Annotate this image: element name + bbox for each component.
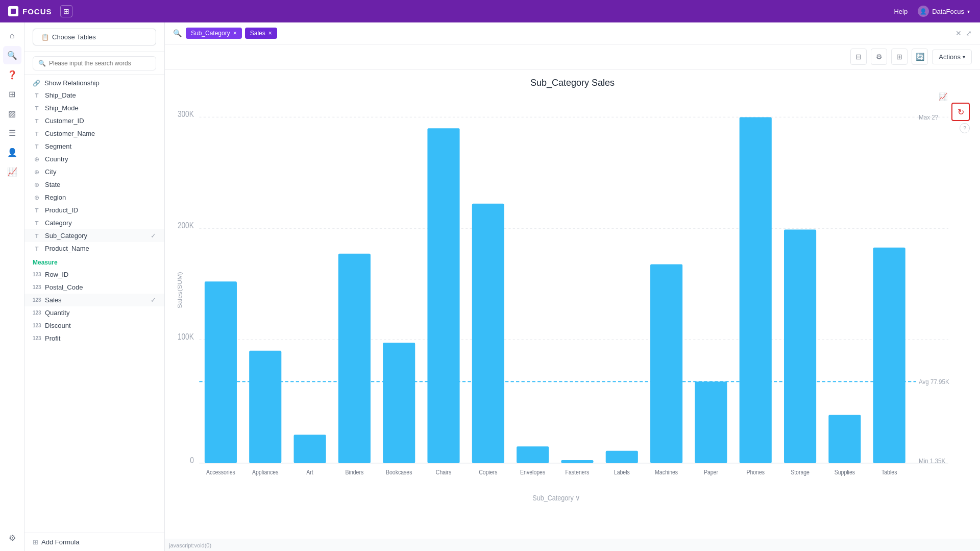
- bar-chart-svg: 300K 200K 100K 0 Sales(SUM) Avg 77.95K: [175, 92, 970, 525]
- choose-tables-button[interactable]: 📋 Choose Tables: [33, 29, 156, 45]
- status-bar: javascript:void(0): [165, 539, 980, 551]
- field-search-input[interactable]: [49, 60, 151, 67]
- svg-text:Min 1.35K: Min 1.35K: [919, 457, 946, 465]
- field-geo-icon: ⊕: [33, 181, 41, 188]
- tag-sub-category-close[interactable]: ×: [233, 30, 237, 37]
- svg-rect-19: [338, 254, 371, 463]
- svg-rect-23: [427, 128, 459, 463]
- sidebar-item-settings[interactable]: ⚙: [3, 529, 21, 547]
- search-expand-icon[interactable]: ⤢: [966, 29, 972, 37]
- actions-button[interactable]: Actions ▾: [932, 50, 972, 64]
- toolbar-settings-btn[interactable]: ⚙: [871, 49, 887, 65]
- svg-rect-39: [784, 230, 816, 463]
- svg-rect-15: [249, 351, 281, 463]
- svg-text:Supplies: Supplies: [835, 469, 855, 475]
- field-item-discount[interactable]: 123 Discount: [24, 319, 164, 332]
- tag-sales[interactable]: Sales ×: [245, 28, 277, 39]
- field-item-postal-code[interactable]: 123 Postal_Code: [24, 281, 164, 294]
- field-type-icon: T: [33, 143, 41, 150]
- svg-text:0: 0: [190, 456, 194, 465]
- sidebar-item-user[interactable]: 👤: [3, 143, 21, 161]
- svg-text:Storage: Storage: [791, 469, 810, 475]
- svg-rect-29: [561, 460, 593, 463]
- chart-area: Sub_Category Sales 📈 ↻ ? 300K 200K 100K …: [165, 69, 980, 539]
- left-panel: 📋 Choose Tables 🔍 🔗 Show Relationship T …: [24, 22, 165, 551]
- field-search-box: 🔍: [24, 52, 164, 75]
- field-checked-icon: ✓: [151, 296, 156, 304]
- svg-text:Fasteners: Fasteners: [566, 469, 590, 475]
- svg-text:100K: 100K: [178, 332, 194, 341]
- chart-title: Sub_Category Sales: [175, 78, 970, 88]
- svg-text:Machines: Machines: [655, 469, 678, 475]
- field-type-icon: T: [33, 105, 41, 111]
- svg-text:Binders: Binders: [346, 469, 364, 475]
- svg-rect-43: [873, 248, 905, 463]
- svg-text:Sales(SUM): Sales(SUM): [176, 272, 183, 308]
- svg-text:Paper: Paper: [704, 469, 718, 475]
- svg-rect-31: [606, 451, 638, 463]
- chart-refresh-button[interactable]: ↻: [951, 103, 970, 121]
- field-item-sub-category[interactable]: T Sub_Category ✓: [24, 229, 164, 242]
- user-menu[interactable]: 👤 DataFocus ▾: [918, 6, 970, 17]
- table-list-icon: 📋: [41, 34, 49, 41]
- field-type-icon: T: [33, 131, 41, 137]
- svg-text:Copiers: Copiers: [479, 469, 498, 475]
- svg-rect-35: [695, 381, 727, 463]
- field-item-row-id[interactable]: 123 Row_ID: [24, 268, 164, 281]
- svg-text:Appliances: Appliances: [252, 469, 279, 475]
- sidebar-item-layers[interactable]: ▨: [3, 104, 21, 123]
- field-item-segment[interactable]: T Segment: [24, 140, 164, 153]
- field-type-icon: T: [33, 220, 41, 226]
- field-item-customer-name[interactable]: T Customer_Name: [24, 127, 164, 140]
- field-item-quantity[interactable]: 123 Quantity: [24, 306, 164, 319]
- sidebar-item-help[interactable]: ❓: [3, 65, 21, 84]
- field-item-category[interactable]: T Category: [24, 217, 164, 229]
- field-item-sales[interactable]: 123 Sales ✓: [24, 294, 164, 306]
- field-item-city[interactable]: ⊕ City: [24, 165, 164, 178]
- field-type-icon: T: [33, 118, 41, 124]
- svg-text:Max 2?: Max 2?: [919, 114, 938, 122]
- svg-rect-13: [205, 281, 237, 463]
- toolbar-card-btn[interactable]: ⊟: [850, 49, 867, 65]
- field-item-region[interactable]: ⊕ Region: [24, 191, 164, 204]
- field-item-ship-mode[interactable]: T Ship_Mode: [24, 102, 164, 114]
- sidebar-item-search[interactable]: 🔍: [3, 46, 21, 64]
- new-tab-btn[interactable]: ⊞: [60, 5, 72, 17]
- svg-text:Bookcases: Bookcases: [386, 469, 412, 475]
- tag-sales-close[interactable]: ×: [268, 30, 272, 37]
- field-geo-icon: ⊕: [33, 169, 41, 176]
- svg-text:Chairs: Chairs: [436, 469, 452, 475]
- choose-tables-label: Choose Tables: [52, 33, 96, 41]
- add-formula-button[interactable]: ⊞ Add Formula: [24, 533, 164, 551]
- sidebar-item-home[interactable]: ⌂: [3, 27, 21, 45]
- field-item-state[interactable]: ⊕ State: [24, 178, 164, 191]
- field-item-customer-id[interactable]: T Customer_ID: [24, 114, 164, 127]
- show-relationship-toggle[interactable]: 🔗 Show Relationship: [24, 75, 164, 89]
- help-link[interactable]: Help: [894, 8, 908, 15]
- chart-help-button[interactable]: ?: [960, 123, 970, 133]
- main-content: 🔍 Sub_Category × Sales × ✕ ⤢ ⊟ ⚙ ⊞ 🔄: [165, 22, 980, 551]
- sidebar-item-chart[interactable]: 📈: [3, 162, 21, 181]
- toolbar-grid-btn[interactable]: ⊞: [891, 49, 908, 65]
- field-checked-icon: ✓: [151, 232, 156, 239]
- search-bar: 🔍 Sub_Category × Sales × ✕ ⤢: [165, 22, 980, 44]
- tag-sub-category[interactable]: Sub_Category ×: [186, 28, 242, 39]
- sidebar-item-list[interactable]: ☰: [3, 124, 21, 142]
- measure-label: Measure: [24, 255, 164, 268]
- field-item-profit[interactable]: 123 Profit: [24, 332, 164, 345]
- sidebar-item-table[interactable]: ⊞: [3, 85, 21, 103]
- search-bar-icon: 🔍: [173, 29, 182, 37]
- field-item-country[interactable]: ⊕ Country: [24, 153, 164, 165]
- field-geo-icon: ⊕: [33, 194, 41, 201]
- svg-text:300K: 300K: [178, 110, 194, 119]
- field-item-product-name[interactable]: T Product_Name: [24, 242, 164, 255]
- chart-line-icon[interactable]: 📈: [939, 92, 947, 101]
- field-num-icon: 123: [33, 284, 41, 290]
- field-item-product-id[interactable]: T Product_ID: [24, 204, 164, 217]
- field-num-icon: 123: [33, 323, 41, 328]
- add-formula-icon: ⊞: [33, 538, 38, 546]
- toolbar-chart-type-btn[interactable]: 🔄: [912, 49, 928, 65]
- search-clear-icon[interactable]: ✕: [955, 29, 962, 37]
- chart-wrapper: 📈 ↻ ? 300K 200K 100K 0 Sales(SUM): [175, 92, 970, 525]
- field-item-ship-date[interactable]: T Ship_Date: [24, 89, 164, 102]
